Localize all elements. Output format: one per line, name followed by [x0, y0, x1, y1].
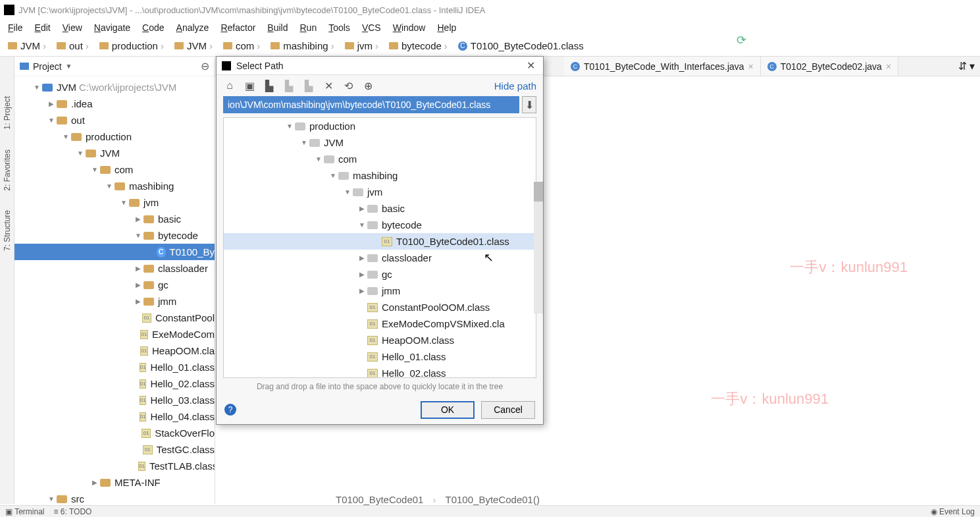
tree-row[interactable]: ▼src	[14, 491, 215, 504]
tree-row[interactable]: ▶basic	[224, 200, 536, 217]
project-panel-header[interactable]: Project ▼ ⊖	[14, 57, 215, 76]
menu-refactor[interactable]: Refactor	[215, 21, 261, 34]
menu-view[interactable]: View	[57, 21, 88, 34]
breadcrumb-item[interactable]: CT0100_ByteCode01.class	[454, 40, 588, 51]
chevron-down-icon[interactable]: ▼	[66, 63, 72, 70]
tree-toggle-icon[interactable]: ▶	[133, 215, 143, 223]
tree-row[interactable]: ▶01HeapOOM.class	[224, 332, 536, 348]
tree-row[interactable]: ▼out	[14, 112, 215, 128]
tree-toggle-icon[interactable]: ▼	[61, 133, 71, 140]
breadcrumb-method[interactable]: T0100_ByteCode01()	[446, 494, 540, 505]
tree-toggle-icon[interactable]: ▶	[90, 479, 100, 486]
tree-toggle-icon[interactable]: ▼	[104, 182, 115, 190]
tree-row[interactable]: ▶classloader	[224, 250, 536, 266]
tabs-dropdown-icon[interactable]: ⇵ ▾	[953, 57, 980, 76]
build-icon[interactable]: ⟳	[736, 33, 750, 46]
tree-row[interactable]: ▼JVM	[14, 145, 215, 161]
tree-row[interactable]: ▶jmm	[224, 283, 536, 299]
tree-row[interactable]: ▶jmm	[14, 293, 215, 310]
tree-toggle-icon[interactable]: ▼	[118, 199, 129, 206]
tree-toggle-icon[interactable]: ▼	[46, 495, 57, 503]
breadcrumb-item[interactable]: mashibing›	[267, 40, 340, 51]
tree-row[interactable]: ▶gc	[224, 266, 536, 283]
menu-build[interactable]: Build	[262, 21, 293, 34]
breadcrumb-item[interactable]: JVM›	[170, 40, 219, 51]
tree-row[interactable]: ▼jvm	[224, 184, 536, 200]
tree-toggle-icon[interactable]: ▶	[357, 205, 367, 212]
cancel-button[interactable]: Cancel	[481, 401, 535, 419]
breadcrumb-item[interactable]: JVM›	[4, 40, 53, 51]
menu-analyze[interactable]: Analyze	[171, 21, 215, 34]
tree-toggle-icon[interactable]: ▼	[313, 155, 324, 163]
tree-row[interactable]: ▼production	[224, 118, 536, 134]
breadcrumb-item[interactable]: jvm›	[341, 40, 385, 51]
tree-row[interactable]: ▼com	[14, 161, 215, 178]
terminal-tool[interactable]: ▣ Terminal	[5, 507, 44, 516]
menu-file[interactable]: File	[3, 21, 28, 34]
tree-toggle-icon[interactable]: ▶	[357, 271, 367, 278]
tree-row[interactable]: ▶01ExeModeCom	[14, 326, 215, 342]
ok-button[interactable]: OK	[421, 401, 475, 419]
project-dir-icon[interactable]: ▙	[263, 79, 276, 92]
show-hidden-icon[interactable]: ⊕	[361, 79, 374, 92]
help-icon[interactable]: ?	[224, 404, 236, 416]
tree-row[interactable]: ▶META-INF	[14, 474, 215, 491]
close-icon[interactable]: ×	[886, 61, 891, 72]
tree-row[interactable]: ▶classloader	[14, 260, 215, 277]
tree-row[interactable]: ▶01Hello_02.class	[14, 375, 215, 392]
tree-toggle-icon[interactable]: ▼	[133, 232, 143, 239]
history-dropdown-icon[interactable]: ⬇	[522, 96, 536, 113]
tree-row[interactable]: ▼mashibing	[14, 178, 215, 194]
menu-vcs[interactable]: VCS	[357, 21, 386, 34]
menu-edit[interactable]: Edit	[30, 21, 56, 34]
refresh-icon[interactable]: ⟲	[342, 79, 355, 92]
desktop-icon[interactable]: ▣	[243, 79, 256, 92]
close-icon[interactable]: ✕	[524, 59, 538, 72]
project-tree[interactable]: ▼JVMC:\work\ijprojects\JVM▶.idea▼out▼pro…	[14, 76, 215, 504]
todo-tool[interactable]: ≡ 6: TODO	[53, 507, 91, 516]
code-breadcrumb[interactable]: T0100_ByteCode01 › T0100_ByteCode01()	[336, 494, 540, 505]
tree-toggle-icon[interactable]: ▶	[46, 100, 57, 107]
close-icon[interactable]: ×	[748, 61, 754, 72]
tree-row[interactable]: ▼mashibing	[224, 167, 536, 184]
scrollbar-thumb[interactable]	[534, 182, 536, 202]
tree-toggle-icon[interactable]: ▶	[133, 281, 143, 288]
tree-row[interactable]: ▼production	[14, 128, 215, 145]
tree-toggle-icon[interactable]: ▶	[357, 254, 367, 261]
menu-code[interactable]: Code	[137, 21, 169, 34]
tree-toggle-icon[interactable]: ▼	[75, 150, 86, 157]
delete-icon[interactable]: ✕	[322, 79, 335, 92]
tree-toggle-icon[interactable]: ▶	[133, 265, 143, 272]
hide-path-link[interactable]: Hide path	[494, 80, 536, 92]
tree-toggle-icon[interactable]: ▼	[46, 117, 57, 124]
tree-row[interactable]: ▶01HeapOOM.cla	[14, 342, 215, 359]
tree-row[interactable]: ▶01Hello_02.class	[224, 365, 536, 378]
breadcrumb-item[interactable]: bytecode›	[385, 40, 454, 51]
dialog-tree[interactable]: ▼production▼JVM▼com▼mashibing▼jvm▶basic▼…	[223, 117, 536, 378]
tree-row[interactable]: ▶01StackOverFlo	[14, 425, 215, 441]
path-input[interactable]	[223, 96, 519, 113]
tree-row[interactable]: ▶basic	[14, 211, 215, 227]
tree-row[interactable]: ▼bytecode	[224, 217, 536, 233]
tree-row[interactable]: ▼com	[224, 151, 536, 167]
tree-row[interactable]: ▶01Hello_03.class	[14, 392, 215, 408]
rail-structure[interactable]: 7: Structure	[3, 210, 12, 251]
event-log-tool[interactable]: ◉ Event Log	[931, 507, 975, 516]
tree-row[interactable]: ▶.idea	[14, 95, 215, 112]
collapse-icon[interactable]: ⊖	[201, 60, 209, 72]
menu-run[interactable]: Run	[294, 21, 322, 34]
dialog-titlebar[interactable]: Select Path ✕	[217, 57, 543, 75]
editor-tab[interactable]: CT0101_ByteCode_With_Interfaces.java×	[564, 57, 761, 76]
tree-row[interactable]: ▶gc	[14, 277, 215, 293]
tree-toggle-icon[interactable]: ▼	[328, 172, 338, 179]
tree-row[interactable]: ▶01TestGC.class	[14, 441, 215, 458]
tree-toggle-icon[interactable]: ▼	[284, 122, 295, 130]
tree-row[interactable]: ▶01Hello_04.class	[14, 408, 215, 425]
tree-row[interactable]: ▶01TestTLAB.class	[14, 458, 215, 474]
tree-toggle-icon[interactable]: ▶	[133, 298, 143, 305]
tree-row[interactable]: ▶01T0100_ByteCode01.class	[224, 233, 536, 250]
scrollbar[interactable]	[534, 182, 536, 313]
tree-row[interactable]: ▶01Hello_01.class	[224, 348, 536, 365]
tree-row[interactable]: ▼JVM	[224, 134, 536, 151]
menu-navigate[interactable]: Navigate	[89, 21, 136, 34]
